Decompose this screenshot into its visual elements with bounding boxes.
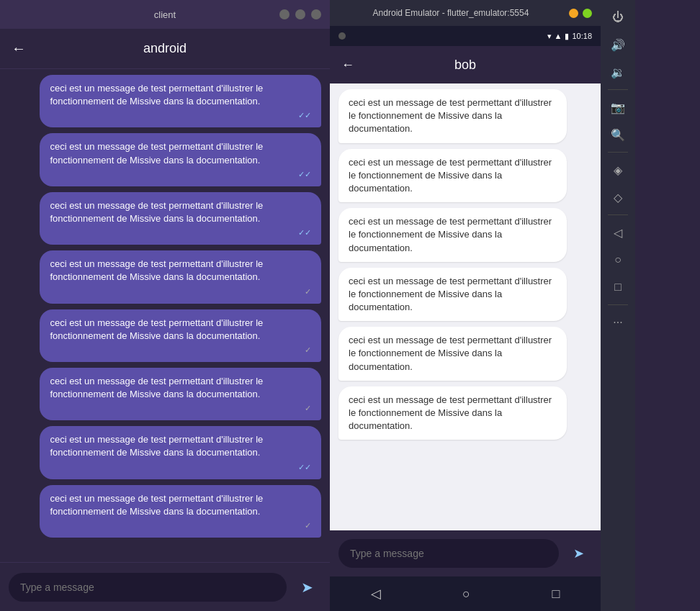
left-message-3: ceci est un message de test permettant d… bbox=[40, 250, 321, 303]
android-status-bar: ▾ ▲ ▮ 10:18 bbox=[330, 26, 601, 46]
right-msg-text-1: ceci est un message de test permettant d… bbox=[349, 156, 557, 196]
right-message-1: ceci est un message de test permettant d… bbox=[338, 149, 567, 203]
left-message-0: ceci est un message de test permettant d… bbox=[40, 75, 321, 127]
emulator-titlebar: Android Emulator - flutter_emulator:5554 bbox=[330, 0, 601, 26]
left-msg-tick-1: ✓✓ bbox=[50, 170, 311, 179]
right-msg-text-4: ceci est un message de test permettant d… bbox=[349, 334, 557, 374]
left-msg-text-4: ceci est un message de test permettant d… bbox=[50, 317, 311, 343]
android-back-nav[interactable]: ◁ bbox=[371, 586, 381, 602]
emulator-erase-button[interactable]: ◇ bbox=[606, 186, 629, 209]
status-time: 10:18 bbox=[572, 32, 592, 40]
emulator-win-controls bbox=[569, 9, 592, 18]
right-message-3: ceci est un message de test permettant d… bbox=[338, 268, 567, 322]
left-msg-text-6: ceci est un message de test permettant d… bbox=[50, 433, 311, 459]
left-panel: client ← android ceci est un message de … bbox=[0, 0, 330, 611]
emulator-more-button[interactable]: ··· bbox=[606, 311, 629, 334]
android-send-button[interactable]: ➤ bbox=[565, 540, 592, 567]
status-right: ▾ ▲ ▮ 10:18 bbox=[547, 32, 592, 41]
sidebar-separator-1 bbox=[608, 89, 628, 90]
left-msg-tick-3: ✓ bbox=[50, 287, 311, 297]
left-input-area: ➤ bbox=[0, 562, 330, 611]
emulator-tag-button[interactable]: ◈ bbox=[606, 158, 629, 181]
left-send-button[interactable]: ➤ bbox=[292, 573, 321, 602]
win-maximize-btn[interactable] bbox=[295, 9, 305, 19]
sidebar-separator-3 bbox=[608, 214, 628, 215]
android-input-area: ➤ bbox=[330, 530, 601, 576]
android-chat-title: bob bbox=[363, 58, 567, 73]
left-titlebar: client bbox=[0, 0, 330, 29]
left-msg-text-5: ceci est un message de test permettant d… bbox=[50, 375, 311, 401]
left-back-button[interactable]: ← bbox=[12, 40, 26, 57]
android-back-button[interactable]: ← bbox=[341, 58, 354, 73]
left-message-6: ceci est un message de test permettant d… bbox=[40, 426, 321, 479]
emulator-zoom-button[interactable]: 🔍 bbox=[606, 123, 629, 146]
right-message-4: ceci est un message de test permettant d… bbox=[338, 327, 567, 381]
right-msg-text-3: ceci est un message de test permettant d… bbox=[349, 275, 557, 314]
android-chat-header: ← bob bbox=[330, 46, 601, 83]
left-chat-title: android bbox=[37, 41, 292, 56]
right-message-5: ceci est un message de test permettant d… bbox=[338, 386, 567, 440]
emulator-screenshot-button[interactable]: 📷 bbox=[606, 96, 629, 119]
emulator-volume-down-button[interactable]: 🔉 bbox=[606, 60, 629, 83]
emulator-minimize-btn[interactable] bbox=[569, 9, 578, 18]
right-msg-text-5: ceci est un message de test permettant d… bbox=[349, 394, 557, 433]
emulator-volume-up-button[interactable]: 🔊 bbox=[606, 33, 629, 56]
phone-screen: ▾ ▲ ▮ 10:18 ← bob ceci est un message de… bbox=[330, 26, 601, 611]
emulator-circle-button[interactable]: ○ bbox=[606, 248, 629, 271]
android-recents-nav[interactable]: □ bbox=[552, 587, 560, 602]
right-msg-text-0: ceci est un message de test permettant d… bbox=[349, 96, 557, 136]
emulator-window: Android Emulator - flutter_emulator:5554… bbox=[330, 0, 601, 611]
win-close-btn[interactable] bbox=[311, 9, 321, 19]
signal-icon: ▲ bbox=[555, 32, 562, 40]
left-window-title: client bbox=[154, 9, 176, 20]
left-message-2: ceci est un message de test permettant d… bbox=[40, 192, 321, 245]
left-msg-tick-6: ✓✓ bbox=[50, 463, 311, 472]
sidebar-separator-2 bbox=[608, 152, 628, 153]
left-msg-tick-4: ✓ bbox=[50, 345, 311, 355]
left-msg-text-2: ceci est un message de test permettant d… bbox=[50, 199, 311, 225]
emulator-title: Android Emulator - flutter_emulator:5554 bbox=[338, 8, 563, 18]
win-minimize-btn[interactable] bbox=[279, 9, 290, 19]
left-msg-text-0: ceci est un message de test permettant d… bbox=[50, 82, 311, 108]
left-message-7: ceci est un message de test permettant d… bbox=[40, 485, 321, 538]
emulator-power-button[interactable]: ⏻ bbox=[606, 6, 629, 29]
left-msg-text-3: ceci est un message de test permettant d… bbox=[50, 258, 311, 284]
left-message-1: ceci est un message de test permettant d… bbox=[40, 133, 321, 186]
android-home-nav[interactable]: ○ bbox=[462, 587, 470, 602]
left-messages-container: ceci est un message de test permettant d… bbox=[0, 69, 330, 562]
status-dot bbox=[338, 32, 346, 40]
left-msg-tick-0: ✓✓ bbox=[50, 111, 311, 120]
left-msg-text-7: ceci est un message de test permettant d… bbox=[50, 492, 311, 518]
android-nav-bar: ◁ ○ □ bbox=[330, 576, 601, 611]
wifi-icon: ▾ bbox=[547, 32, 552, 41]
battery-icon: ▮ bbox=[565, 32, 569, 41]
emulator-sidebar: ⏻ 🔊 🔉 📷 🔍 ◈ ◇ ◁ ○ □ ··· bbox=[601, 0, 635, 611]
right-msg-text-2: ceci est un message de test permettant d… bbox=[349, 215, 557, 255]
sidebar-separator-4 bbox=[608, 304, 628, 305]
left-message-input[interactable] bbox=[9, 573, 287, 602]
left-chat-header: ← android bbox=[0, 29, 330, 69]
emulator-square-button[interactable]: □ bbox=[606, 276, 629, 299]
right-panel: Android Emulator - flutter_emulator:5554… bbox=[330, 0, 635, 611]
left-message-4: ceci est un message de test permettant d… bbox=[40, 309, 321, 362]
emulator-maximize-btn[interactable] bbox=[583, 9, 592, 18]
left-msg-tick-2: ✓✓ bbox=[50, 228, 311, 237]
right-message-2: ceci est un message de test permettant d… bbox=[338, 208, 567, 262]
right-message-0: ceci est un message de test permettant d… bbox=[338, 89, 567, 143]
left-msg-tick-7: ✓ bbox=[50, 521, 311, 530]
left-msg-tick-5: ✓ bbox=[50, 404, 311, 413]
android-message-input[interactable] bbox=[338, 539, 559, 568]
left-msg-text-1: ceci est un message de test permettant d… bbox=[50, 140, 311, 166]
left-message-5: ceci est un message de test permettant d… bbox=[40, 368, 321, 420]
emulator-rotate-button[interactable]: ◁ bbox=[606, 221, 629, 244]
window-controls bbox=[279, 9, 321, 19]
android-messages-container: ceci est un message de test permettant d… bbox=[330, 83, 601, 530]
